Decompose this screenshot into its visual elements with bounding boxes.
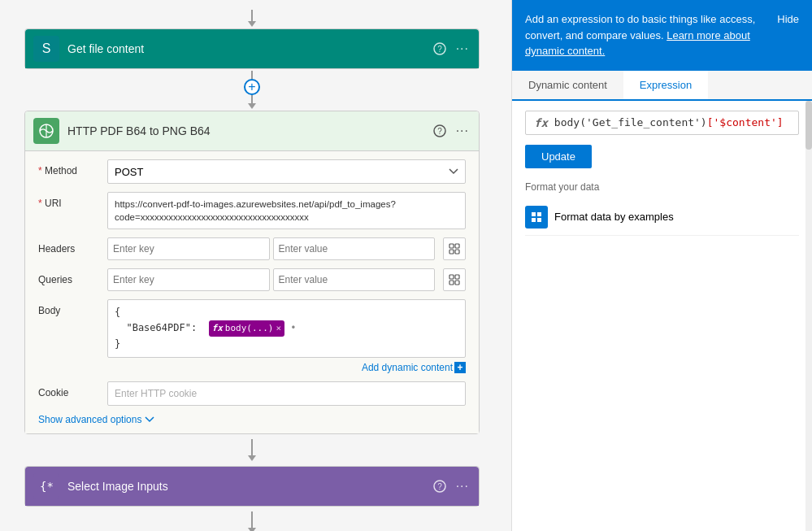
body-dot: •: [290, 322, 296, 333]
queries-val-input[interactable]: [273, 268, 436, 291]
panel-header: Add an expression to do basic things lik…: [512, 0, 812, 71]
uri-row: * URI https://convert-pdf-to-images.azur…: [38, 192, 466, 229]
panel-scrollbar[interactable]: [805, 101, 812, 532]
panel-header-text: Add an expression to do basic things lik…: [525, 11, 777, 59]
svg-rect-23: [537, 218, 541, 222]
queries-kv: [107, 268, 435, 291]
format-data-item[interactable]: Format data by examples: [525, 199, 799, 236]
cookie-label: Cookie: [38, 381, 99, 398]
method-select[interactable]: POST: [107, 159, 466, 184]
update-button[interactable]: Update: [525, 145, 592, 168]
connector-plus-1: +: [244, 71, 260, 109]
body-editor[interactable]: { "Base64PDF": fx body(...) × •: [107, 299, 466, 358]
tab-dynamic-content[interactable]: Dynamic content: [512, 71, 623, 101]
queries-add-button[interactable]: [443, 268, 466, 291]
flow-area: S Get file content ? ··· +: [0, 0, 504, 531]
step2-actions: ? ···: [432, 122, 471, 140]
method-label: * Method: [38, 159, 99, 176]
svg-rect-12: [449, 281, 454, 285]
format-item-label: Format data by examples: [554, 211, 674, 223]
svg-rect-8: [449, 250, 454, 254]
step1-actions: ? ···: [432, 40, 471, 58]
scrollbar-thumb: [805, 101, 812, 150]
show-advanced-toggle[interactable]: Show advanced options: [38, 414, 466, 425]
headers-val-input[interactable]: [273, 237, 436, 260]
uri-label: * URI: [38, 192, 99, 209]
queries-label: Queries: [38, 268, 99, 285]
add-dynamic-button[interactable]: Add dynamic content +: [362, 362, 466, 373]
cookie-row: Cookie Enter HTTP cookie: [38, 381, 466, 406]
step3-more-button[interactable]: ···: [454, 477, 471, 495]
panel-body: fx body('Get_file_content')['$content'] …: [512, 101, 812, 532]
svg-rect-13: [455, 281, 459, 285]
expression-base: body('Get_file_content'): [554, 116, 707, 128]
cookie-input[interactable]: Enter HTTP cookie: [107, 381, 466, 406]
svg-text:{*}: {*}: [40, 480, 54, 493]
tab-expression[interactable]: Expression: [623, 71, 708, 101]
step2-icon: [33, 118, 59, 144]
svg-rect-11: [455, 275, 459, 279]
step3-actions: ? ···: [432, 477, 471, 495]
step1-icon: S: [33, 36, 59, 62]
headers-control: [107, 237, 435, 260]
body-line3: }: [115, 337, 458, 352]
step1-more-button[interactable]: ···: [454, 40, 471, 58]
format-data-label: Format your data: [525, 181, 799, 193]
uri-input[interactable]: https://convert-pdf-to-images.azurewebsi…: [107, 192, 466, 229]
step2-body: * Method POST * URI: [25, 151, 479, 433]
method-control: POST: [107, 159, 466, 184]
step-select-image: {*} Select Image Inputs ? ···: [24, 466, 480, 507]
add-step-button-1[interactable]: +: [244, 79, 260, 95]
fx-token: fx body(...) ×: [209, 320, 284, 337]
expression-bracket: ['$content']: [707, 116, 784, 128]
step1-title: Get file content: [67, 42, 432, 55]
cookie-control: Enter HTTP cookie: [107, 381, 466, 406]
step2-help-button[interactable]: ?: [432, 123, 448, 139]
step3-icon: {*}: [33, 473, 59, 499]
body-line1: {: [115, 305, 458, 320]
step2-header[interactable]: HTTP PDF B64 to PNG B64 ? ···: [25, 111, 479, 151]
queries-key-input[interactable]: [107, 268, 270, 291]
step1-help-button[interactable]: ?: [432, 41, 448, 57]
body-label: Body: [38, 299, 99, 316]
svg-rect-21: [537, 212, 541, 216]
expression-input-box[interactable]: fx body('Get_file_content')['$content']: [525, 111, 799, 135]
expression-text: body('Get_file_content')['$content']: [554, 116, 790, 128]
svg-text:?: ?: [437, 482, 442, 491]
step1-header[interactable]: S Get file content ? ···: [25, 29, 479, 68]
panel-tabs: Dynamic content Expression: [512, 71, 812, 101]
add-dynamic-plus-icon: +: [454, 362, 466, 373]
step2-more-button[interactable]: ···: [454, 122, 471, 140]
svg-rect-22: [532, 218, 536, 222]
connector-arrow-3: [248, 511, 256, 531]
svg-text:?: ?: [437, 127, 442, 136]
queries-control: [107, 268, 435, 291]
svg-text:?: ?: [437, 45, 442, 54]
method-row: * Method POST: [38, 159, 466, 184]
headers-label: Headers: [38, 237, 99, 255]
step-http: HTTP PDF B64 to PNG B64 ? ··· * Method: [24, 111, 480, 434]
hide-button[interactable]: Hide: [777, 11, 799, 25]
token-label: body(...): [225, 321, 274, 336]
step3-help-button[interactable]: ?: [432, 478, 448, 494]
svg-rect-6: [449, 244, 454, 248]
step3-header[interactable]: {*} Select Image Inputs ? ···: [25, 467, 479, 506]
queries-row: Queries: [38, 268, 466, 291]
token-close[interactable]: ×: [276, 321, 281, 336]
fx-badge-icon: fx: [534, 116, 548, 129]
body-line2: "Base64PDF": fx body(...) × •: [115, 320, 458, 337]
top-connector-arrow: [248, 10, 256, 27]
body-content: { "Base64PDF": fx body(...) × •: [115, 305, 458, 352]
step-get-file-content: S Get file content ? ···: [24, 28, 480, 69]
uri-control: https://convert-pdf-to-images.azurewebsi…: [107, 192, 466, 229]
headers-kv: [107, 237, 435, 260]
svg-rect-20: [532, 212, 536, 216]
headers-add-button[interactable]: [443, 237, 466, 260]
connector-arrow-2: [248, 439, 256, 461]
step2-title: HTTP PDF B64 to PNG B64: [67, 124, 432, 137]
format-icon: [525, 206, 548, 229]
body-row: Body { "Base64PDF": fx body(...): [38, 299, 466, 373]
headers-key-input[interactable]: [107, 237, 270, 260]
canvas: S Get file content ? ··· +: [0, 0, 812, 531]
step3-title: Select Image Inputs: [67, 480, 432, 493]
